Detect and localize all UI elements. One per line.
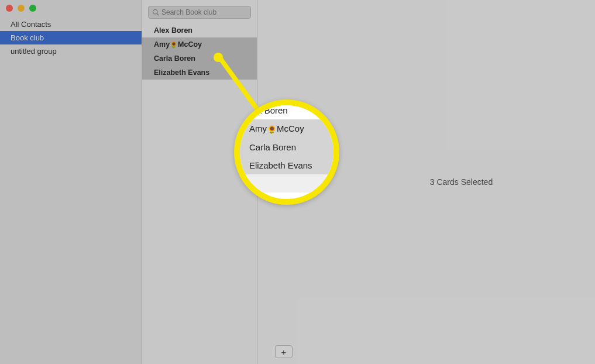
- mag-text: Carla Boren: [249, 142, 296, 152]
- contact-name-post: McCoy: [178, 40, 202, 49]
- mag-text: x Boren: [257, 105, 288, 115]
- groups-sidebar: All Contacts Book club untitled group: [0, 0, 142, 364]
- magnifier-callout: x Boren Amy🌻McCoy Carla Boren Elizabeth …: [234, 99, 339, 205]
- contact-row[interactable]: Alex Boren: [142, 23, 257, 37]
- mag-text: Amy: [249, 123, 267, 133]
- sidebar-item-untitled-group[interactable]: untitled group: [0, 44, 142, 58]
- contacts-list: Alex Boren Amy🌻McCoy Carla Boren Elizabe…: [142, 23, 257, 364]
- search-icon: [152, 9, 159, 16]
- mag-row: Elizabeth Evans: [240, 156, 339, 174]
- search-placeholder: Search Book club: [161, 8, 216, 16]
- sidebar-item-book-club[interactable]: Book club: [0, 31, 142, 44]
- svg-line-1: [157, 13, 159, 15]
- mag-text: Elizabeth Evans: [249, 160, 312, 170]
- selection-status: 3 Cards Selected: [430, 177, 493, 187]
- contact-name: Elizabeth Evans: [154, 68, 209, 77]
- search-input[interactable]: Search Book club: [148, 6, 251, 19]
- search-wrapper: Search Book club: [142, 0, 257, 23]
- sidebar-item-all-contacts[interactable]: All Contacts: [0, 18, 142, 31]
- mag-row: Carla Boren: [240, 138, 339, 156]
- sunflower-icon: 🌻: [170, 41, 178, 48]
- magnifier-content: x Boren Amy🌻McCoy Carla Boren Elizabeth …: [240, 101, 339, 193]
- contact-row[interactable]: Elizabeth Evans: [142, 66, 257, 80]
- sunflower-icon: 🌻: [267, 125, 277, 134]
- window-controls: [6, 5, 36, 12]
- mag-row: Amy🌻McCoy: [240, 119, 339, 138]
- contact-name-pre: Amy: [154, 40, 170, 49]
- close-icon[interactable]: [6, 5, 13, 12]
- maximize-icon[interactable]: [29, 5, 36, 12]
- add-button[interactable]: +: [275, 345, 293, 358]
- contact-row[interactable]: Amy🌻McCoy: [142, 37, 257, 51]
- contact-row[interactable]: Carla Boren: [142, 51, 257, 66]
- contact-name: Carla Boren: [154, 54, 195, 63]
- mag-text: McCoy: [277, 123, 304, 133]
- contact-list-panel: Search Book club Alex Boren Amy🌻McCoy Ca…: [142, 0, 257, 364]
- contact-name: Alex Boren: [154, 26, 192, 35]
- svg-point-0: [153, 10, 158, 15]
- minimize-icon[interactable]: [18, 5, 25, 12]
